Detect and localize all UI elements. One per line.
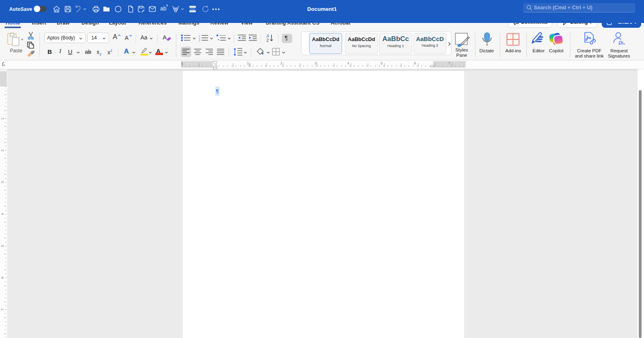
svg-text:A: A: [266, 34, 269, 38]
svg-text:3: 3: [199, 40, 200, 42]
svg-text:2: 2: [266, 38, 269, 42]
svg-text:1: 1: [199, 35, 200, 37]
